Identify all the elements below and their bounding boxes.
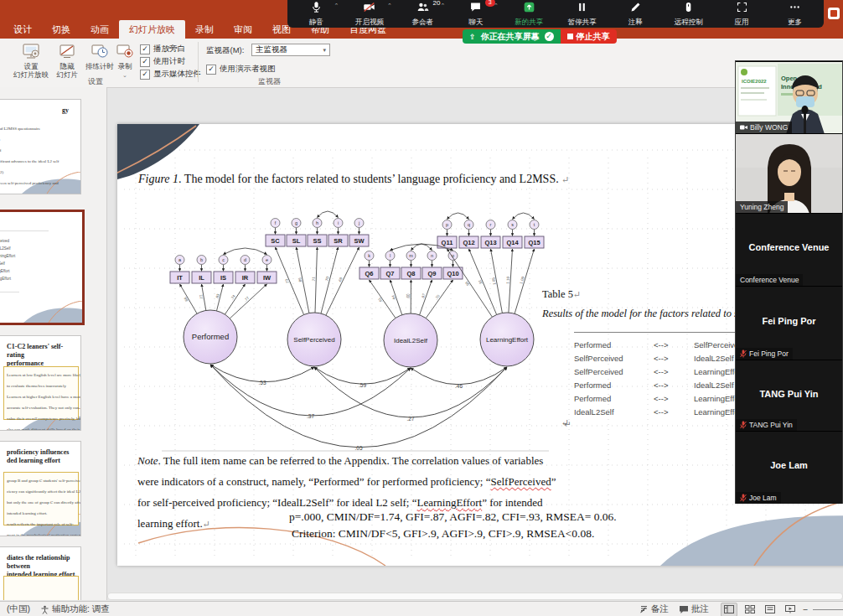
thumbnail-text-line: value their overall competence precisely… [7,413,81,424]
thumbnail-text-line: but only the one of group C can directly… [7,497,81,508]
setup-slideshow-button[interactable]: 设置 幻灯片放映 [12,42,50,79]
text-segment: LearningEffort [417,496,483,509]
chevron-up-icon[interactable]: ⌃ [494,3,499,9]
ribbon-tab-0[interactable]: 设计 [3,20,42,39]
slide-thumbnail-3[interactable]: C1-C2 leaners' self-ratingperformanceLea… [0,335,81,431]
stop-share-button[interactable]: 停止共享 [561,29,617,44]
mini-table-row: SelfPerceived<-->IdealL2Self [0,245,15,252]
thumbnail-text-line: ) [0,189,76,194]
video-tile-fei-ping-por[interactable]: Fei Ping Por Fei Ping Por [736,286,842,360]
svg-text:.70: .70 [434,293,441,300]
text-segment: SelfPerceived [490,475,551,488]
language-indicator[interactable]: (中国) [2,602,35,616]
slide-sorter-icon [745,605,755,613]
toolbar-item-participants[interactable]: 20⌃参会者 [398,1,447,28]
slide-sorter-view-button[interactable] [742,603,758,616]
toolbar-item-mic[interactable]: ⌃静音 [292,1,340,28]
camera-icon [740,124,747,131]
stop-icon [567,34,573,39]
participant-nameplate: Conference Venue [736,274,803,286]
monitor-dropdown[interactable]: 主监视器 ▾ [251,44,330,56]
participants-icon [416,1,429,17]
svg-text:m: m [409,253,413,258]
video-tile-billy-wong[interactable]: ICOIE2022 Open and Innovative Ed Billy W… [736,61,842,133]
slide-thumbnail-2[interactable]: Performed<-->SelfPerceivedSelfPerceived<… [0,210,85,325]
table-cell: <--> [654,407,694,417]
participant-nameplate: Joe Lam [736,492,781,504]
video-tile-yuning-zheng[interactable]: Yuning Zheng [736,133,842,213]
text-segment: learning effort. [137,517,203,530]
svg-text:Q14: Q14 [506,239,519,246]
ribbon-tab-3[interactable]: 幻灯片放映 [119,20,185,39]
mini-table-row: Performed<-->LearningEffort [0,267,15,275]
toolbar-item-label: 新的共享 [515,18,543,28]
notes-button[interactable]: 备注 [634,602,674,616]
ribbon-tab-4[interactable]: 录制 [185,20,224,39]
toolbar-item-pause[interactable]: 暂停共享 [558,1,607,28]
svg-text:SL: SL [292,237,301,245]
chevron-down-icon: ▾ [323,47,326,54]
reading-view-button[interactable] [763,603,778,616]
screen-share-banner: ⇪ 你正在共享屏幕 ✓ 停止共享 [463,29,617,44]
more-icon [789,1,801,17]
participant-nameplate: Fei Ping Por [736,348,793,360]
show-media-controls-checkbox[interactable]: ✓ 显示媒体控件 [140,69,201,80]
slide-thumbnail-5[interactable]: diates the relationship betweenintended … [0,546,81,600]
toolbar-item-label: 更多 [788,18,802,28]
record-dropdown-arrow[interactable]: ⌄ [122,72,127,78]
presenter-view-checkbox[interactable]: ✓ 使用演示者视图 [206,64,276,75]
ribbon-tab-1[interactable]: 切换 [42,20,80,39]
accessibility-icon [40,605,49,614]
accessibility-status[interactable]: 辅助功能: 调查 [35,602,115,616]
zoom-out-button[interactable]: − [798,602,813,616]
svg-text:1.09: 1.09 [519,276,525,284]
toolbar-item-more[interactable]: 更多 [771,1,820,28]
slide-thumbnail-1[interactable]: gyk, and L2MSS questionnairewereturedsig… [0,99,81,194]
svg-text:.64: .64 [390,294,396,301]
horizontal-scrollbar[interactable] [107,593,843,600]
use-timings-label: 使用计时 [153,56,185,67]
ribbon-tab-2[interactable]: 动画 [80,20,119,39]
svg-text:.91: .91 [478,279,484,286]
use-timings-checkbox[interactable]: ✓ 使用计时 [140,56,185,67]
participant-center-name: Fei Ping Por [736,316,842,326]
chevron-up-icon[interactable]: ⌃ [387,3,392,9]
ppt-window-icon[interactable] [828,8,840,19]
svg-text:.61: .61 [377,297,384,303]
toolbar-item-share-new[interactable]: 新的共享 [504,1,553,28]
toolbar-item-video-off[interactable]: ⌃开启视频 [345,1,394,28]
chevron-up-icon[interactable]: ⌃ [440,3,445,9]
table-cell: IdealL2Self [574,407,654,417]
text-segment: Figure 1 [138,173,178,185]
rehearse-timings-button[interactable]: 排练计时 [84,42,116,70]
toolbar-item-chat[interactable]: 3⌃聊天 [452,1,500,28]
participant-name: Yuning Zheng [740,203,784,211]
ribbon-tab-5[interactable]: 审阅 [224,20,262,39]
zoom-slider[interactable] [813,609,843,610]
video-tile-joe-lam[interactable]: Joe Lam Joe Lam [736,431,842,504]
chevron-up-icon[interactable]: ⌃ [334,3,339,9]
hide-slide-button[interactable]: 隐藏 幻灯片 [50,42,84,79]
svg-text:k: k [368,253,370,258]
ribbon: 设置 幻灯片放映 隐藏 幻灯片 排练计时 录制 ⌄ ✓ 播放旁白 ✓ 使用计时 … [0,39,843,88]
video-tile-tang-pui-yin[interactable]: TANG Pui Yin TANG Pui Yin [736,360,842,431]
setup-slideshow-label-2: 幻灯片放映 [13,70,49,79]
figure-caption: Figure 1. The model for the factors rela… [138,173,708,186]
toolbar-item-remote-control[interactable]: 远程控制 [665,1,713,28]
svg-text:r: r [490,222,492,227]
table-cell: Performed [574,380,654,390]
comments-button[interactable]: 批注 [674,602,714,616]
play-narrations-checkbox[interactable]: ✓ 播放旁白 [140,44,185,54]
toolbar-item-annotate[interactable]: 注释 [611,1,659,28]
record-button[interactable]: 录制 ⌄ [112,42,137,80]
stop-share-label: 停止共享 [577,31,610,43]
slide-thumbnail-4[interactable]: proficiency influencesded learning effor… [0,441,81,536]
video-tile-conference-venue[interactable]: Conference Venue Conference Venue [736,213,842,286]
slideshow-view-button[interactable] [783,603,798,616]
svg-text:l: l [390,253,390,258]
play-narrations-label: 播放旁白 [153,44,185,54]
toolbar-item-apps[interactable]: 应用 [717,1,766,28]
normal-view-button[interactable] [721,603,737,616]
participant-name: TANG Pui Yin [749,421,793,429]
svg-text:.93: .93 [464,280,471,287]
